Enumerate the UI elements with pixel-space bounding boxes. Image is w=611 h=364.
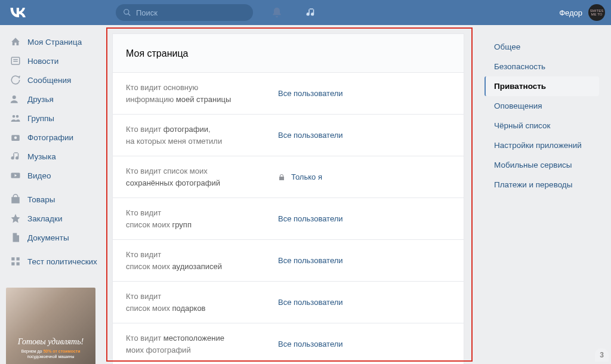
nav-messages[interactable]: Сообщения bbox=[6, 70, 101, 90]
search-input[interactable] bbox=[136, 8, 246, 17]
ad-banner[interactable]: Готовы удивлять! Вернем до 50% от стоимо… bbox=[6, 288, 95, 364]
nav-music[interactable]: Музыка bbox=[6, 147, 101, 166]
row-value[interactable]: Все пользователи bbox=[278, 340, 343, 348]
search-icon bbox=[123, 8, 131, 17]
row-value[interactable]: Все пользователи bbox=[278, 298, 343, 307]
row-label: Кто видит основную информацию моей стран… bbox=[126, 82, 278, 105]
tab-notifications[interactable]: Оповещения bbox=[486, 96, 599, 116]
tab-mobile[interactable]: Мобильные сервисы bbox=[486, 155, 599, 175]
svg-point-7 bbox=[16, 115, 19, 118]
privacy-row: Кто видит список моих сохранённых фотогр… bbox=[113, 156, 464, 198]
nav-label: Закладки bbox=[27, 214, 62, 223]
tab-payments[interactable]: Платежи и переводы bbox=[486, 175, 599, 195]
nav-documents[interactable]: Документы bbox=[6, 228, 101, 247]
star-icon bbox=[10, 212, 21, 224]
doc-icon bbox=[10, 232, 21, 243]
bell-icon[interactable] bbox=[271, 7, 283, 18]
nav-video[interactable]: Видео bbox=[6, 166, 101, 185]
row-label: Кто видит фотографии, на которых меня от… bbox=[126, 124, 278, 147]
privacy-row: Кто видит список моих аудиозаписей Все п… bbox=[113, 240, 464, 282]
app-icon bbox=[10, 255, 21, 267]
privacy-row: Кто видит местоположение моих фотографий… bbox=[113, 323, 464, 364]
privacy-row: Кто видит список моих подарков Все польз… bbox=[113, 282, 464, 323]
nav-label: Группы bbox=[27, 114, 54, 123]
nav-test[interactable]: Тест политических bbox=[6, 252, 101, 271]
svg-point-5 bbox=[13, 95, 16, 99]
music-icon[interactable] bbox=[306, 7, 316, 18]
tab-blacklist[interactable]: Чёрный список bbox=[486, 116, 599, 135]
topbar-icons bbox=[271, 7, 316, 18]
row-label: Кто видит список моих групп bbox=[126, 207, 278, 230]
row-label: Кто видит список моих аудиозаписей bbox=[126, 249, 278, 272]
nav-label: Фотографии bbox=[27, 133, 73, 142]
card-title: Моя страница bbox=[113, 34, 464, 73]
row-value[interactable]: Все пользователи bbox=[278, 89, 343, 98]
bag-icon bbox=[10, 193, 21, 205]
topbar: Федор SMITESME TO bbox=[0, 0, 611, 25]
svg-rect-12 bbox=[11, 257, 14, 260]
tab-general[interactable]: Общее bbox=[486, 37, 599, 57]
row-label: Кто видит список моих подарков bbox=[126, 291, 278, 314]
left-nav: Моя Страница Новости Сообщения Друзья Гр… bbox=[0, 25, 101, 364]
camera-icon bbox=[10, 131, 21, 143]
home-icon bbox=[10, 36, 21, 48]
nav-label: Моя Страница bbox=[27, 38, 82, 47]
search-box[interactable] bbox=[116, 4, 253, 21]
nav-my-page[interactable]: Моя Страница bbox=[6, 32, 101, 51]
nav-label: Товары bbox=[27, 195, 55, 204]
music-icon bbox=[10, 150, 21, 162]
svg-point-6 bbox=[13, 115, 16, 118]
privacy-row: Кто видит фотографии, на которых меня от… bbox=[113, 115, 464, 156]
ad-text: Готовы удивлять! Вернем до 50% от стоимо… bbox=[10, 337, 92, 359]
row-value[interactable]: Все пользователи bbox=[278, 256, 343, 265]
tab-security[interactable]: Безопасность bbox=[486, 57, 599, 76]
bottom-pill[interactable]: 3 bbox=[595, 348, 609, 362]
row-label: Кто видит список моих сохранённых фотогр… bbox=[126, 165, 278, 189]
friends-icon bbox=[10, 93, 21, 105]
svg-rect-15 bbox=[17, 263, 20, 266]
row-value[interactable]: Только я bbox=[278, 172, 322, 181]
nav-market[interactable]: Товары bbox=[6, 190, 101, 209]
privacy-row: Кто видит основную информацию моей стран… bbox=[113, 73, 464, 115]
nav-bookmarks[interactable]: Закладки bbox=[6, 209, 101, 228]
nav-label: Новости bbox=[27, 57, 58, 66]
nav-label: Друзья bbox=[27, 95, 54, 104]
video-icon bbox=[10, 169, 21, 181]
nav-label: Видео bbox=[27, 171, 51, 180]
tab-app-settings[interactable]: Настройки приложений bbox=[486, 135, 599, 155]
groups-icon bbox=[10, 112, 21, 124]
svg-point-9 bbox=[14, 137, 17, 140]
user-name: Федор bbox=[559, 8, 582, 17]
nav-news[interactable]: Новости bbox=[6, 51, 101, 70]
svg-rect-13 bbox=[17, 257, 20, 260]
row-label: Кто видит местоположение моих фотографий bbox=[126, 332, 278, 356]
svg-rect-14 bbox=[11, 263, 14, 266]
nav-label: Документы bbox=[27, 233, 69, 242]
news-icon bbox=[10, 55, 21, 67]
nav-groups[interactable]: Группы bbox=[6, 109, 101, 128]
row-value[interactable]: Все пользователи bbox=[278, 214, 343, 223]
settings-tabs: Общее Безопасность Приватность Оповещени… bbox=[486, 37, 599, 364]
nav-photos[interactable]: Фотографии bbox=[6, 128, 101, 147]
nav-label: Сообщения bbox=[27, 76, 71, 85]
privacy-card: Моя страница Кто видит основную информац… bbox=[112, 33, 464, 364]
nav-label: Музыка bbox=[27, 152, 56, 161]
nav-friends[interactable]: Друзья bbox=[6, 90, 101, 109]
nav-label: Тест политических bbox=[27, 257, 97, 266]
vk-logo[interactable] bbox=[10, 8, 26, 17]
svg-line-1 bbox=[128, 14, 131, 16]
svg-point-0 bbox=[124, 10, 129, 14]
privacy-row: Кто видит список моих групп Все пользова… bbox=[113, 198, 464, 240]
avatar: SMITESME TO bbox=[588, 4, 605, 21]
row-value[interactable]: Все пользователи bbox=[278, 131, 343, 140]
user-menu[interactable]: Федор SMITESME TO bbox=[559, 4, 605, 21]
lock-icon bbox=[278, 174, 285, 181]
tab-privacy[interactable]: Приватность bbox=[485, 76, 599, 96]
main-content: Моя страница Кто видит основную информац… bbox=[106, 27, 473, 364]
messages-icon bbox=[10, 74, 21, 86]
